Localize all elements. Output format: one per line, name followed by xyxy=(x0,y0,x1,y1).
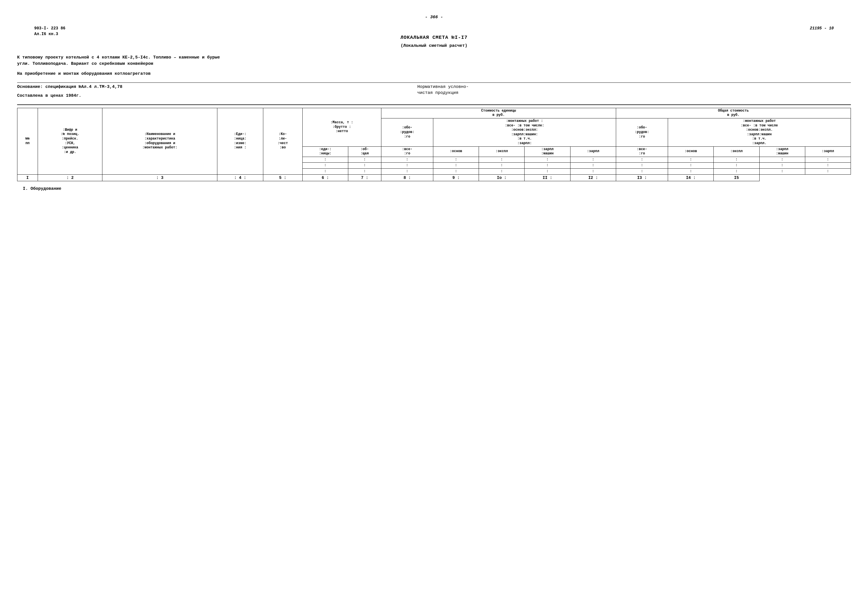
page-number: - 366 - xyxy=(17,14,851,20)
cost-zarp-mash: :зарпл:машин xyxy=(524,146,570,157)
table-number-row: I : 2 : 3 : 4 : 5 : 6 : 7 : 8 : 9 : Iо :… xyxy=(18,174,851,181)
header-area: 903-I- 223 86 Ал.I6 кн.3 - 366 - 21195 -… xyxy=(17,14,851,28)
col2-header: :Шифр и:№ позиц.:прейск.:УСН,:ценника:и … xyxy=(38,108,102,174)
mass-obshaya: :об-:щая xyxy=(348,146,381,157)
divider-2 xyxy=(17,105,851,105)
total-zarp-mash: :зарпл:машин xyxy=(759,146,805,157)
main-title: ЛОКАЛЬНАЯ СМЕТА №I-I7 xyxy=(17,34,851,41)
cost-zarp: :зарпл xyxy=(570,146,616,157)
doc-number: 21195 - 10 xyxy=(810,26,834,31)
section-title: I. Оборудование xyxy=(23,186,851,192)
purpose-line: На приобретение и монтаж оборудования ко… xyxy=(17,71,851,77)
doc-ref-line2: Ал.I6 кн.3 xyxy=(34,31,65,37)
cost-osnov: :основ xyxy=(433,146,479,157)
col3-header: :Наименование и:характеристика:оборудова… xyxy=(102,108,217,174)
col9-sub: :монтажных работ ::все- :в том числе::ос… xyxy=(433,118,616,146)
col5-header: :Ко-:ли-:чест:во xyxy=(263,108,303,174)
total-ekspl: :экспл xyxy=(714,146,759,157)
cost-ekspl: :экспл xyxy=(479,146,524,157)
col6-header: :Масса, т ::брутто ::нетто xyxy=(303,108,381,146)
composed-label: Составлена в ценах 1984г. xyxy=(17,93,417,99)
mass-brutto: :еди-::ницы: xyxy=(303,146,348,157)
col8-header: Общая стоимостьв руб. xyxy=(616,108,850,118)
col1-header: №№пп xyxy=(18,108,38,174)
title-section: ЛОКАЛЬНАЯ СМЕТА №I-I7 (Локальный сметный… xyxy=(17,34,851,49)
total-zarp: :зарпл xyxy=(805,146,850,157)
col13-sub: :обо-:рудов::го xyxy=(616,118,668,146)
main-table: №№пп :Шифр и:№ позиц.:прейск.:УСН,:ценни… xyxy=(17,108,851,181)
col4-header: :Еди-::ница::изме::ния : xyxy=(217,108,263,174)
description-text: К типовому проекту котельной с 4 котлами… xyxy=(17,55,851,67)
top-left-ref: 903-I- 223 86 Ал.I6 кн.3 xyxy=(34,26,65,37)
col14-sub: :монтажных работ:все- :в том числе:основ… xyxy=(668,118,851,146)
total-vsego: :все-:го xyxy=(616,146,668,157)
col8-sub: :обо-:рудов::го xyxy=(381,118,433,146)
doc-ref-line1: 903-I- 223 86 xyxy=(34,26,65,31)
col7-header: Стоимость единицыв руб. xyxy=(381,108,616,118)
basis-label: Основание: спецификация №Ал.4 л.ТМ-3,4,7… xyxy=(17,84,417,90)
smeta-norm-row: Нормативная условно- чистая продукция xyxy=(417,84,851,96)
basis-section: Основание: спецификация №Ал.4 л.ТМ-3,4,7… xyxy=(17,84,417,99)
cost-summary: Нормативная условно- чистая продукция xyxy=(417,84,851,99)
total-osnov: :основ xyxy=(668,146,714,157)
smeta-section: Основание: спецификация №Ал.4 л.ТМ-3,4,7… xyxy=(17,84,851,99)
cost-vsego: :все-:го xyxy=(381,146,433,157)
subtitle: (Локальный сметный расчет) xyxy=(17,43,851,49)
table-header-row-1: №№пп :Шифр и:№ позиц.:прейск.:УСН,:ценни… xyxy=(18,108,851,118)
